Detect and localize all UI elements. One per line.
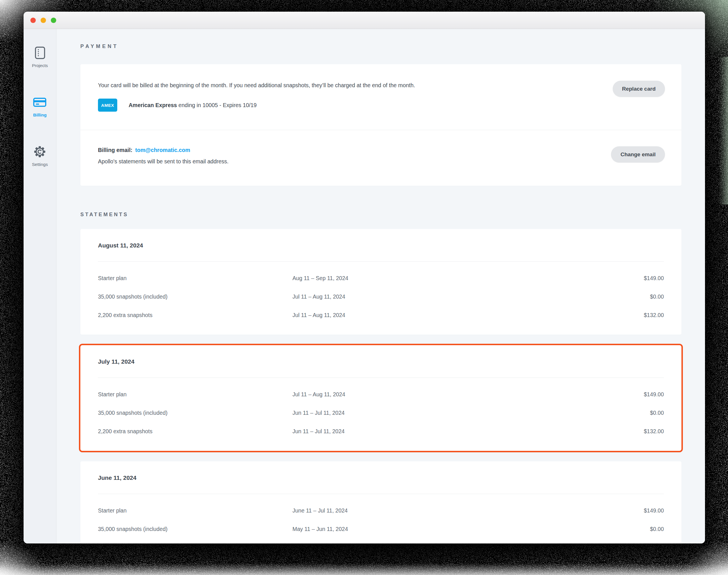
maximize-button[interactable]: [51, 18, 56, 23]
sidebar-item-label: Projects: [32, 63, 48, 69]
statement-date: August 11, 2024: [98, 242, 664, 249]
statement-item: Starter plan: [98, 507, 292, 514]
billing-email-line: Billing email:tom@chromatic.com: [98, 146, 664, 154]
projects-icon: [35, 46, 45, 59]
statement-row: Starter plan June 11 – Jul 11, 2024 $149…: [98, 501, 664, 520]
statement-amount: $132.00: [644, 428, 664, 435]
billing-note: Your card will be billed at the beginnin…: [98, 81, 440, 90]
statement-period: June 11 – Jul 11, 2024: [292, 507, 644, 514]
billing-icon: [33, 96, 46, 108]
billing-email-section: Billing email:tom@chromatic.com Apollo's…: [80, 130, 682, 186]
billing-email-label: Billing email:: [98, 147, 132, 153]
statement-item: Starter plan: [98, 275, 292, 281]
statement-row: 2,200 extra snapshots Jul 11 – Aug 11, 2…: [98, 306, 664, 325]
statement-amount: $0.00: [650, 526, 664, 532]
statement-row: 35,000 snapshots (included) Jun 11 – Jul…: [98, 404, 664, 422]
statement-row: 35,000 snapshots (included) May 11 – Jun…: [98, 520, 664, 538]
statement-item: 35,000 snapshots (included): [98, 526, 292, 532]
statement-period: Jun 11 – Jul 11, 2024: [292, 428, 644, 435]
card-details: ending in 10005 - Expires 10/19: [177, 102, 257, 108]
settings-icon: [34, 145, 46, 158]
statement-row: 35,000 snapshots (included) Jul 11 – Aug…: [98, 288, 664, 306]
statement-amount: $149.00: [644, 275, 664, 281]
sidebar-item-billing[interactable]: Billing: [33, 96, 46, 118]
statement-period: May 11 – Jun 11, 2024: [292, 526, 650, 532]
statements-section-title: STATEMENTS: [80, 211, 682, 217]
statement-period: Aug 11 – Sep 11, 2024: [292, 275, 644, 281]
app-window: Projects Billing: [24, 12, 705, 543]
statement-date: July 11, 2024: [98, 358, 664, 365]
statement-period: Jul 11 – Aug 11, 2024: [292, 294, 650, 300]
sidebar: Projects Billing: [24, 29, 57, 543]
amex-card-icon: AMEX: [98, 99, 117, 112]
statement-amount: $132.00: [644, 312, 664, 318]
statement-period: Jun 11 – Jul 11, 2024: [292, 410, 650, 416]
billing-email-note: Apollo's statements will be sent to this…: [98, 158, 664, 165]
statement-amount: $0.00: [650, 294, 664, 300]
close-button[interactable]: [30, 18, 36, 23]
statement-item: Starter plan: [98, 391, 292, 398]
payment-section-title: PAYMENT: [80, 43, 682, 49]
statement-item: 35,000 snapshots (included): [98, 294, 292, 300]
sidebar-item-label: Settings: [32, 161, 48, 168]
sidebar-item-projects[interactable]: Projects: [32, 46, 48, 69]
statement-period: Jul 11 – Aug 11, 2024: [292, 391, 644, 398]
statement-amount: $149.00: [644, 391, 664, 398]
statement-row: Starter plan Aug 11 – Sep 11, 2024 $149.…: [98, 269, 664, 288]
card-brand: American Express: [129, 102, 177, 108]
statement-row: 2,200 extra snapshots Jun 11 – Jul 11, 2…: [98, 422, 664, 441]
statement-amount: $149.00: [644, 507, 664, 514]
sidebar-item-label: Billing: [33, 112, 46, 118]
statement-period: Jul 11 – Aug 11, 2024: [292, 312, 644, 318]
statement-amount: $0.00: [650, 410, 664, 416]
statement-card[interactable]: June 11, 2024 Starter plan June 11 – Jul…: [80, 461, 682, 543]
sidebar-item-settings[interactable]: Settings: [32, 145, 48, 168]
change-email-button[interactable]: Change email: [611, 146, 665, 163]
credit-card-summary: American Express ending in 10005 - Expir…: [129, 102, 257, 108]
statement-date: June 11, 2024: [98, 474, 664, 481]
statement-card-highlighted[interactable]: July 11, 2024 Starter plan Jul 11 – Aug …: [79, 344, 683, 452]
statement-item: 2,200 extra snapshots: [98, 312, 292, 318]
window-titlebar: [24, 12, 705, 29]
credit-card-row: AMEX American Express ending in 10005 - …: [98, 99, 664, 112]
minimize-button[interactable]: [41, 18, 46, 23]
billing-page: PAYMENT Your card will be billed at the …: [57, 29, 705, 543]
screenshot-canvas: Projects Billing: [0, 0, 728, 575]
divider: [98, 261, 664, 262]
statement-card[interactable]: August 11, 2024 Starter plan Aug 11 – Se…: [80, 229, 682, 335]
payment-method-section: Your card will be billed at the beginnin…: [80, 64, 682, 130]
statement-item: 2,200 extra snapshots: [98, 428, 292, 435]
payment-card: Your card will be billed at the beginnin…: [80, 64, 682, 186]
billing-email-link[interactable]: tom@chromatic.com: [135, 147, 190, 153]
statement-row: Starter plan Jul 11 – Aug 11, 2024 $149.…: [98, 385, 664, 404]
statement-item: 35,000 snapshots (included): [98, 410, 292, 416]
replace-card-button[interactable]: Replace card: [613, 81, 665, 97]
